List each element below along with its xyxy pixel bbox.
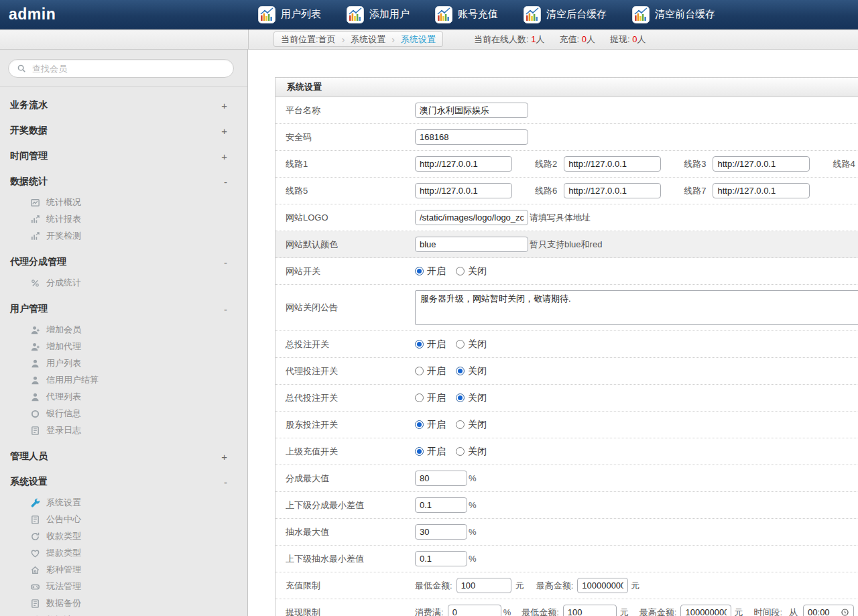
site-logo-input[interactable] bbox=[415, 210, 528, 225]
sidebar-item-stats-report[interactable]: 统计报表 bbox=[0, 211, 247, 228]
sidebar-item-label: 统计概况 bbox=[46, 196, 81, 208]
radio-icon[interactable] bbox=[456, 447, 465, 456]
stat-online-count: 当前在线人数: 1人 bbox=[474, 34, 544, 46]
top-nav-account-recharge[interactable]: 账号充值 bbox=[435, 6, 498, 23]
sidebar-item-data-cleanup[interactable]: 数据清理 bbox=[0, 612, 247, 616]
site-switch-radio-checked[interactable]: 开启 bbox=[415, 265, 446, 278]
sidebar-item-add-member[interactable]: 增加会员 bbox=[0, 322, 247, 338]
site-logo-label: 网站LOGO bbox=[286, 212, 415, 224]
sidebar-section-title: 业务流水 bbox=[10, 99, 48, 111]
withdrawal-limit-unit: 元 bbox=[620, 607, 629, 616]
recharge-limit-input[interactable] bbox=[577, 578, 628, 593]
withdrawal-limit-input[interactable] bbox=[563, 605, 617, 616]
sidebar-item-login-log[interactable]: 登录日志 bbox=[0, 422, 247, 439]
general-agent-bet-switch-radio-checked[interactable]: 关闭 bbox=[456, 392, 487, 404]
security-code-input[interactable] bbox=[415, 129, 528, 145]
radio-icon[interactable] bbox=[415, 447, 424, 456]
withdrawal-limit-field-label: 最低金额: bbox=[522, 607, 559, 616]
rake-max-input[interactable] bbox=[415, 524, 467, 540]
recharge-limit-input[interactable] bbox=[456, 578, 511, 593]
radio-icon[interactable] bbox=[415, 393, 424, 402]
sidebar-section-lottery-data[interactable]: 开奖数据+ bbox=[0, 118, 247, 143]
top-nav-clear-backend-cache[interactable]: 清空后台缓存 bbox=[524, 6, 607, 23]
radio-icon[interactable] bbox=[456, 420, 465, 429]
withdrawal-limit-input[interactable] bbox=[680, 605, 731, 616]
sidebar-item-withdrawal-type[interactable]: 提款类型 bbox=[0, 545, 247, 562]
commission-min-diff-input[interactable] bbox=[415, 497, 467, 513]
agent-bet-switch-label: 代理投注开关 bbox=[286, 365, 415, 377]
wrench-icon bbox=[30, 498, 40, 508]
sidebar-item-draw-check[interactable]: 开奖检测 bbox=[0, 228, 247, 245]
top-nav-user-list[interactable]: 用户列表 bbox=[258, 6, 321, 23]
radio-label: 开启 bbox=[427, 338, 446, 351]
shareholder-bet-switch-radio-checked[interactable]: 开启 bbox=[415, 419, 446, 431]
sidebar-item-commission-stats[interactable]: 分成统计 bbox=[0, 275, 247, 292]
sidebar-section-data-statistics[interactable]: 数据统计- bbox=[0, 169, 247, 194]
form-row-commission-max: 分成最大值% bbox=[275, 465, 858, 492]
sidebar-section-user-management[interactable]: 用户管理- bbox=[0, 296, 247, 322]
site-close-notice-textarea[interactable] bbox=[415, 290, 858, 325]
radio-icon[interactable] bbox=[456, 367, 465, 375]
general-agent-bet-switch-radio-unchecked[interactable]: 开启 bbox=[415, 392, 446, 404]
breadcrumb-system-settings[interactable]: 系统设置 bbox=[351, 34, 385, 46]
sidebar-item-announcement-center[interactable]: 公告中心 bbox=[0, 511, 247, 528]
line-5-input[interactable] bbox=[564, 183, 661, 198]
site-close-notice-label: 网站关闭公告 bbox=[286, 302, 415, 314]
sidebar-item-bank-info[interactable]: 银行信息 bbox=[0, 406, 247, 422]
member-search-box[interactable] bbox=[8, 59, 234, 78]
radio-icon[interactable] bbox=[415, 267, 424, 275]
platform-name-input[interactable] bbox=[415, 103, 528, 118]
radio-icon[interactable] bbox=[415, 340, 424, 349]
sidebar-item-system-settings[interactable]: 系统设置 bbox=[0, 495, 247, 511]
superior-recharge-switch-radio-checked[interactable]: 开启 bbox=[415, 446, 446, 458]
breadcrumb-system-settings-current[interactable]: 系统设置 bbox=[401, 34, 436, 46]
radio-icon[interactable] bbox=[415, 420, 424, 429]
sidebar-section-business-flow[interactable]: 业务流水+ bbox=[0, 93, 247, 118]
sidebar-section-system-settings[interactable]: 系统设置- bbox=[0, 469, 247, 495]
sidebar-item-stats-overview[interactable]: 统计概况 bbox=[0, 194, 247, 211]
sidebar-section-time-management[interactable]: 时间管理+ bbox=[0, 143, 247, 169]
breadcrumb-home[interactable]: 首页 bbox=[318, 34, 336, 46]
withdrawal-limit-field-label: 消费满: bbox=[415, 607, 444, 616]
site-default-color-input[interactable] bbox=[415, 237, 528, 252]
sidebar-item-play-management[interactable]: 玩法管理 bbox=[0, 578, 247, 595]
sidebar-item-lottery-type-management[interactable]: 彩种管理 bbox=[0, 562, 247, 578]
superior-recharge-switch-radio-unchecked[interactable]: 关闭 bbox=[456, 446, 487, 458]
radio-icon[interactable] bbox=[456, 393, 465, 402]
radio-icon[interactable] bbox=[456, 267, 465, 275]
commission-max-input[interactable] bbox=[415, 471, 467, 486]
expand-icon: + bbox=[221, 100, 227, 111]
total-bet-switch-radio-unchecked[interactable]: 关闭 bbox=[456, 338, 487, 351]
line-5-input[interactable] bbox=[713, 183, 810, 198]
sidebar-section-administrators[interactable]: 管理人员+ bbox=[0, 444, 247, 469]
rake-min-diff-input[interactable] bbox=[415, 551, 467, 566]
site-logo-hint: 请填写具体地址 bbox=[530, 212, 591, 224]
agent-bet-switch-radio-unchecked[interactable]: 开启 bbox=[415, 365, 446, 377]
shareholder-bet-switch-radio-unchecked[interactable]: 关闭 bbox=[456, 419, 487, 431]
radio-icon[interactable] bbox=[415, 367, 424, 375]
form-row-general-agent-bet-switch: 总代投注开关开启关闭 bbox=[275, 385, 858, 412]
security-code-label: 安全码 bbox=[286, 131, 415, 143]
top-nav-clear-frontend-cache[interactable]: 清空前台缓存 bbox=[632, 6, 715, 23]
sidebar-item-data-backup[interactable]: 数据备份 bbox=[0, 595, 247, 612]
site-switch-radio-unchecked[interactable]: 关闭 bbox=[456, 265, 487, 278]
total-bet-switch-radio-checked[interactable]: 开启 bbox=[415, 338, 446, 351]
agent-bet-switch-radio-checked[interactable]: 关闭 bbox=[456, 365, 487, 377]
withdrawal-limit-time-input[interactable]: 00:00 bbox=[803, 605, 854, 616]
radio-icon[interactable] bbox=[456, 340, 465, 349]
line-1-input[interactable] bbox=[713, 156, 810, 172]
line-1-input[interactable] bbox=[564, 156, 661, 172]
sidebar-section-agent-commission[interactable]: 代理分成管理- bbox=[0, 249, 247, 275]
search-input[interactable] bbox=[32, 64, 225, 74]
recharge-limit-field-label: 最低金额: bbox=[415, 580, 452, 592]
sidebar-item-user-list[interactable]: 用户列表 bbox=[0, 355, 247, 372]
sidebar-item-credit-user-settlement[interactable]: 信用用户结算 bbox=[0, 372, 247, 389]
sidebar-item-label: 登录日志 bbox=[46, 424, 81, 436]
withdrawal-limit-input[interactable] bbox=[448, 605, 501, 616]
top-nav-add-user[interactable]: 添加用户 bbox=[347, 6, 410, 23]
sidebar-item-agent-list[interactable]: 代理列表 bbox=[0, 389, 247, 406]
sidebar-item-payment-type[interactable]: 收款类型 bbox=[0, 528, 247, 545]
sidebar-item-add-agent[interactable]: 增加代理 bbox=[0, 338, 247, 355]
line-1-input[interactable] bbox=[415, 156, 512, 172]
line-5-input[interactable] bbox=[415, 183, 512, 198]
